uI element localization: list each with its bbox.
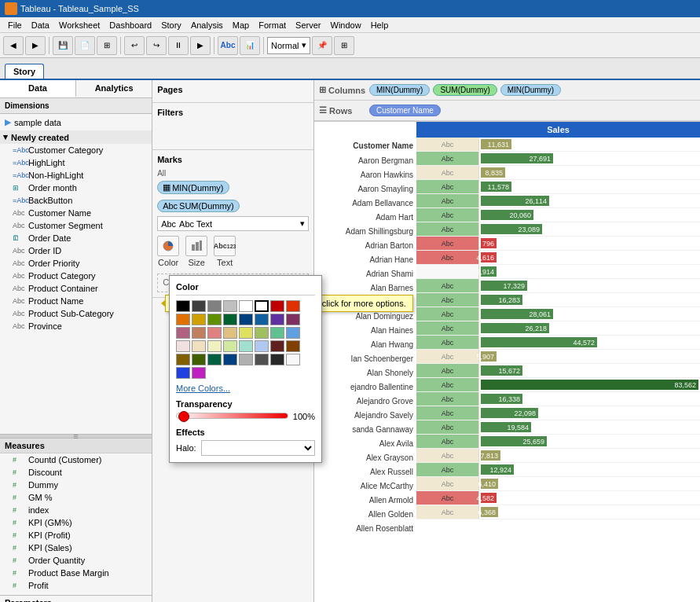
menu-worksheet[interactable]: Worksheet: [54, 20, 104, 30]
dim-item-non-highlight[interactable]: =Abc Non-HighLight: [0, 169, 152, 182]
color-tan[interactable]: [192, 327, 206, 339]
color-mint[interactable]: [270, 327, 284, 339]
dim-item-product-container[interactable]: Abc Product Container: [0, 282, 152, 295]
toolbar-chart[interactable]: 📊: [240, 36, 260, 55]
color-nearwhite[interactable]: [286, 354, 300, 365]
dim-item-order-month[interactable]: ⊞ Order month: [0, 182, 152, 194]
color-navy[interactable]: [223, 354, 237, 365]
color-darkgray[interactable]: [192, 300, 206, 312]
color-lightgray[interactable]: [223, 300, 237, 312]
dim-item-product-name[interactable]: Abc Product Name: [0, 295, 152, 307]
dim-item-backbutton[interactable]: =Abc BackButton: [0, 194, 152, 207]
text-control[interactable]: Abc123 Text: [214, 236, 236, 267]
measure-profit[interactable]: # Profit: [0, 579, 152, 592]
dim-item-product-category[interactable]: Abc Product Category: [0, 270, 152, 282]
toolbar-back[interactable]: ◀: [3, 36, 24, 55]
color-white[interactable]: [239, 300, 253, 312]
menu-story[interactable]: Story: [156, 20, 186, 30]
marks-pill-sum[interactable]: Abc SUM(Dummy): [157, 200, 240, 212]
measure-kpi-sales[interactable]: # KPI (Sales): [0, 541, 152, 554]
toolbar-forward[interactable]: ▶: [25, 36, 46, 55]
color-skyblue[interactable]: [286, 327, 300, 339]
dim-item-order-id[interactable]: Abc Order ID: [0, 244, 152, 257]
menu-server[interactable]: Server: [291, 20, 325, 30]
marks-type-dropdown[interactable]: Abc Abc Text ▾: [157, 216, 309, 231]
color-paleteal[interactable]: [239, 340, 253, 352]
menu-analysis[interactable]: Analysis: [186, 20, 228, 30]
toolbar-pause[interactable]: ⏸: [168, 36, 189, 55]
dim-item-order-priority[interactable]: Abc Order Priority: [0, 257, 152, 270]
dim-item-customer-segment[interactable]: Abc Customer Segment: [0, 219, 152, 232]
color-gray[interactable]: [207, 300, 222, 312]
color-orange[interactable]: [176, 314, 190, 325]
color-paleblue[interactable]: [255, 340, 269, 352]
menu-format[interactable]: Format: [254, 20, 291, 30]
dim-group-newly-created[interactable]: ▾ Newly created: [0, 130, 152, 144]
toolbar-connect[interactable]: ⊞: [97, 36, 117, 55]
toolbar-redo[interactable]: ↪: [146, 36, 167, 55]
dim-item-product-sub-category[interactable]: Abc Product Sub-Category: [0, 307, 152, 320]
color-blue[interactable]: [255, 314, 269, 325]
measure-product-base-margin[interactable]: # Product Base Margin: [0, 567, 152, 579]
measure-dummy[interactable]: # Dummy: [0, 479, 152, 491]
measure-index[interactable]: # index: [0, 504, 152, 516]
col-pill-2[interactable]: SUM(Dummy): [433, 84, 497, 96]
color-charcoal[interactable]: [255, 354, 269, 365]
color-purple[interactable]: [270, 314, 284, 325]
color-palegreen[interactable]: [223, 340, 237, 352]
color-magenta[interactable]: [286, 314, 300, 325]
menu-dashboard[interactable]: Dashboard: [104, 20, 156, 30]
color-black[interactable]: [176, 300, 190, 312]
color-maroon[interactable]: [270, 340, 284, 352]
color-brightpurple[interactable]: [192, 367, 206, 379]
halo-dropdown[interactable]: [201, 440, 315, 456]
transparency-track[interactable]: [176, 413, 288, 419]
color-red[interactable]: [286, 300, 300, 312]
toolbar-new[interactable]: 📄: [75, 36, 95, 55]
more-colors-button[interactable]: More Colors...: [176, 384, 315, 393]
measure-order-qty[interactable]: # Order Quantity: [0, 554, 152, 567]
menu-map[interactable]: Map: [228, 20, 254, 30]
measure-kpi-profit[interactable]: # KPI (Profit): [0, 529, 152, 541]
color-cream[interactable]: [192, 340, 206, 352]
toolbar-view-dropdown[interactable]: Normal ▾: [267, 37, 310, 54]
size-control[interactable]: Size: [185, 236, 207, 267]
color-lightorange[interactable]: [223, 327, 237, 339]
color-darkyellow[interactable]: [176, 354, 190, 365]
menu-file[interactable]: File: [3, 20, 27, 30]
dim-item-highlight[interactable]: =Abc HighLight: [0, 156, 152, 169]
menu-help[interactable]: Help: [366, 20, 394, 30]
menu-data[interactable]: Data: [27, 20, 54, 30]
color-darkgreen[interactable]: [223, 314, 237, 325]
measure-countd[interactable]: # Countd (Customer): [0, 453, 152, 466]
color-pink[interactable]: [176, 327, 190, 339]
marks-pill-min[interactable]: ▦ MIN(Dummy): [157, 181, 229, 194]
toolbar-run[interactable]: ▶: [190, 36, 211, 55]
color-brown[interactable]: [286, 340, 300, 352]
color-lightolive[interactable]: [255, 327, 269, 339]
toolbar-pin[interactable]: 📌: [312, 36, 332, 55]
color-lightred[interactable]: [207, 327, 222, 339]
toolbar-undo[interactable]: ↩: [124, 36, 145, 55]
dim-item-province[interactable]: Abc Province: [0, 320, 152, 332]
color-paleyellow[interactable]: [207, 340, 222, 352]
color-nearblack[interactable]: [270, 354, 284, 365]
color-silver[interactable]: [239, 354, 253, 365]
color-darkblue[interactable]: [239, 314, 253, 325]
story-tab-0[interactable]: Story: [5, 64, 44, 79]
dim-item-order-date[interactable]: 🗓 Order Date: [0, 232, 152, 244]
menu-window[interactable]: Window: [326, 20, 366, 30]
data-source[interactable]: ▶ sample data: [0, 114, 152, 130]
tab-analytics[interactable]: Analytics: [76, 80, 152, 97]
color-olive[interactable]: [207, 314, 222, 325]
toolbar-save[interactable]: 💾: [53, 36, 73, 55]
col-pill-1[interactable]: MIN(Dummy): [369, 84, 430, 96]
color-forestgreen[interactable]: [192, 354, 206, 365]
color-selected[interactable]: [255, 300, 269, 312]
tab-data[interactable]: Data: [0, 80, 76, 97]
measure-kpi-gm[interactable]: # KPI (GM%): [0, 516, 152, 529]
measure-discount[interactable]: # Discount: [0, 466, 152, 479]
color-teal[interactable]: [207, 354, 222, 365]
color-control[interactable]: Color: [157, 236, 179, 267]
col-pill-3[interactable]: MIN(Dummy): [500, 84, 561, 96]
